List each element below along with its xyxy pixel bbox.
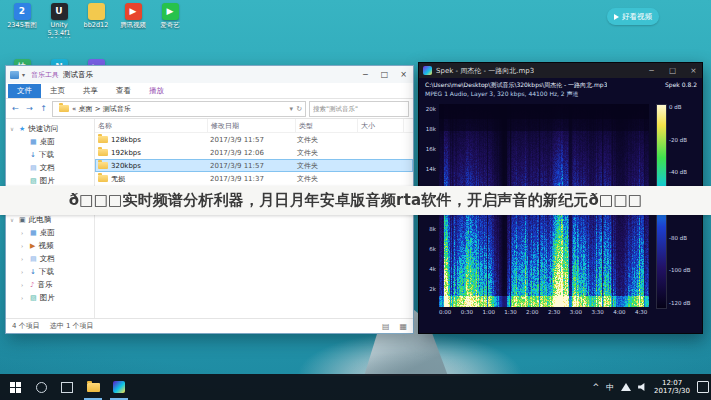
time-axis: 0:000:301:001:302:002:303:003:304:004:30 (439, 309, 651, 318)
details-view-icon[interactable]: ▤ (382, 322, 390, 331)
address-dropdown-icon[interactable]: ▾ (290, 105, 294, 113)
ribbon-tabs: 文件主页共享查看播放 (6, 83, 413, 99)
file-row[interactable]: 192kbps2017/3/9 12:06文件夹 (95, 146, 413, 159)
windows-logo-icon (10, 382, 21, 393)
spek-titlebar[interactable]: Spek - 周杰伦 - 一路向北.mp3 ─ □ × (419, 63, 702, 78)
address-path: « 桌面 > 测试音乐 (72, 104, 287, 114)
file-row[interactable]: 320kbps2017/3/9 11:57文件夹 (95, 159, 413, 172)
column-header[interactable]: 大小 (358, 119, 404, 132)
clock-date: 2017/3/30 (654, 387, 690, 396)
nav-pane: ∨★快速访问▦桌面↓下载▤文档▨图片■测试音乐›☁OneDrive∨▣此电脑›▦… (6, 119, 95, 318)
spek-maximize-button[interactable]: □ (664, 63, 681, 78)
nav-item[interactable]: ›▦桌面 (6, 226, 94, 239)
quick-access-toolbar-dropdown-icon[interactable]: ▾ (22, 71, 25, 78)
selection-count: 选中 1 个项目 (50, 321, 94, 331)
desktop-icon[interactable]: 22345看图 (4, 3, 40, 57)
address-input[interactable]: « 桌面 > 测试音乐 ▾ ↻ (52, 101, 306, 117)
nav-item[interactable]: ›▤文档 (6, 252, 94, 265)
spek-app-icon (423, 66, 432, 75)
nav-item[interactable]: ↓下载 (6, 148, 94, 161)
minimize-button[interactable]: ─ (356, 66, 375, 83)
freq-label: 16k (426, 146, 436, 152)
music-folder-icon: ♪ (30, 281, 34, 289)
column-header[interactable]: 修改日期 (208, 119, 296, 132)
maximize-button[interactable]: □ (375, 66, 394, 83)
nav-item[interactable]: ›♪音乐 (6, 278, 94, 291)
watermark-badge: 好看视频 (607, 8, 659, 25)
expand-icon[interactable]: › (21, 256, 27, 262)
freq-label: 8k (429, 226, 436, 232)
network-icon[interactable] (621, 383, 631, 391)
downloads-folder-icon: ↓ (30, 268, 36, 276)
file-row[interactable]: 128kbps2017/3/9 11:57文件夹 (95, 133, 413, 146)
start-button[interactable] (2, 374, 28, 400)
documents-folder-icon: ▤ (30, 164, 37, 172)
back-button[interactable]: ← (10, 104, 21, 113)
expand-icon[interactable]: › (21, 243, 27, 249)
expand-icon[interactable]: ∨ (10, 126, 16, 132)
forward-button[interactable]: → (24, 104, 35, 113)
close-button[interactable]: × (394, 66, 413, 83)
taskbar-spek[interactable] (106, 374, 132, 400)
thumbnail-view-icon[interactable]: ▦ (399, 322, 407, 331)
task-view-button[interactable] (54, 374, 80, 400)
ribbon-tab[interactable]: 查看 (107, 84, 140, 98)
file-name: 320kbps (108, 162, 207, 170)
folder-icon (59, 105, 69, 112)
taskbar-file-explorer[interactable] (80, 374, 106, 400)
file-list: 128kbps2017/3/9 11:57文件夹192kbps2017/3/9 … (95, 133, 413, 318)
column-header[interactable]: 类型 (296, 119, 358, 132)
file-row[interactable]: 无损2017/3/9 11:37文件夹 (95, 172, 413, 185)
desktop-icon[interactable]: ▶腾讯视频 (115, 3, 151, 57)
caption-banner: ð□□□实时频谱分析利器，月日月年安卓版音频rta软件，开启声音的新纪元ð□□□ (0, 186, 711, 215)
nav-item[interactable]: ∨★快速访问 (6, 122, 94, 135)
desktop-icon-label: Unity 5.3.4f1 (64-bit) (41, 22, 77, 38)
column-header[interactable]: 名称 (95, 119, 208, 132)
refresh-icon[interactable]: ↻ (296, 105, 302, 113)
action-center-icon[interactable] (697, 381, 709, 393)
ribbon-tab[interactable]: 共享 (74, 84, 107, 98)
desktop-app-icon: ▶ (162, 3, 179, 20)
up-button[interactable]: ↑ (38, 104, 49, 113)
time-label: 4:00 (613, 309, 625, 315)
db-label: -20 dB (669, 137, 687, 143)
volume-icon[interactable] (638, 383, 647, 391)
desktop-icon-label: bb2d12 (84, 22, 109, 30)
expand-icon[interactable]: › (21, 295, 27, 301)
item-count: 4 个项目 (12, 321, 40, 331)
clock-time: 12:07 (662, 379, 682, 388)
nav-item[interactable]: ›▨图片 (6, 291, 94, 304)
ribbon-tab[interactable]: 主页 (41, 84, 74, 98)
nav-item[interactable]: ›↓下载 (6, 265, 94, 278)
expand-icon[interactable]: › (21, 230, 27, 236)
nav-item[interactable]: ▦桌面 (6, 135, 94, 148)
ribbon-tab[interactable]: 文件 (8, 84, 41, 98)
ribbon-tab[interactable]: 播放 (140, 84, 173, 98)
nav-item[interactable]: ›▶视频 (6, 239, 94, 252)
freq-label: 6k (429, 246, 436, 252)
column-headers: 名称修改日期类型大小 (95, 119, 413, 133)
taskbar-clock[interactable]: 12:07 2017/3/30 (654, 379, 690, 396)
desktop: 22345看图UUnity 5.3.4f1 (64-bit)bb2d12▶腾讯视… (0, 0, 711, 400)
desktop-icon[interactable]: ▶爱奇艺 (152, 3, 188, 57)
search-button[interactable] (28, 374, 54, 400)
spek-minimize-button[interactable]: ─ (643, 63, 660, 78)
app-version: Spek 0.8.2 (665, 81, 697, 90)
desktop-icon[interactable]: UUnity 5.3.4f1 (64-bit) (41, 3, 77, 57)
desktop-icon[interactable]: bb2d12 (78, 3, 114, 57)
file-type: 文件夹 (294, 148, 355, 158)
expand-icon[interactable]: › (21, 282, 27, 288)
watermark-label: 好看视频 (622, 12, 652, 22)
documents-folder-icon: ▤ (30, 255, 37, 263)
ime-indicator[interactable]: 中 (606, 382, 614, 393)
expand-icon[interactable]: ∨ (10, 217, 16, 223)
expand-icon[interactable]: › (21, 269, 27, 275)
folder-icon (98, 149, 108, 156)
spek-close-button[interactable]: × (685, 63, 702, 78)
explorer-search-input[interactable] (309, 101, 409, 117)
nav-item-label: 快速访问 (28, 124, 58, 134)
hidden-icons-chevron-icon[interactable]: ^ (592, 383, 599, 392)
play-icon (614, 14, 619, 20)
explorer-titlebar[interactable]: ▾ 音乐工具 测试音乐 ─ □ × (6, 66, 413, 83)
nav-item[interactable]: ▤文档 (6, 161, 94, 174)
